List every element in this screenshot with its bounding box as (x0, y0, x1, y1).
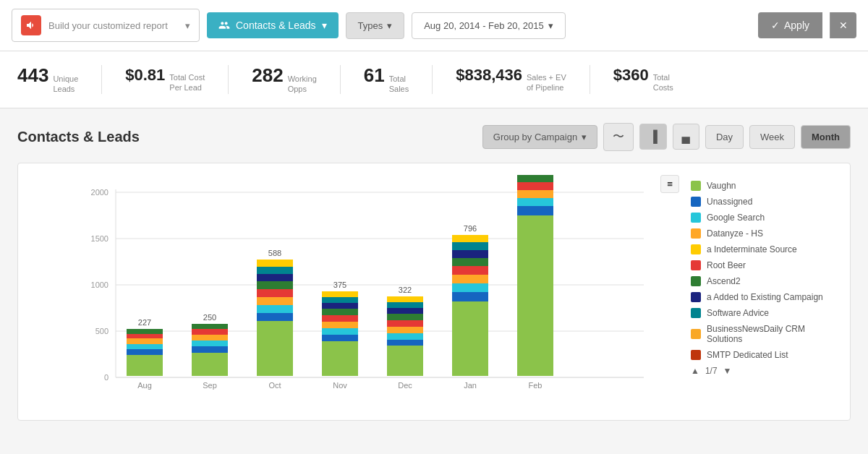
svg-rect-32 (257, 289, 293, 297)
svg-rect-68 (452, 242, 488, 250)
report-builder-dropdown[interactable]: Build your customized report ▾ (12, 9, 200, 42)
svg-text:Jan: Jan (464, 381, 477, 390)
svg-rect-28 (257, 321, 293, 376)
svg-rect-72 (517, 215, 553, 376)
stat-cost-per-lead-value: $0.81 (125, 66, 165, 85)
legend-color-added-campaign (691, 292, 701, 302)
svg-text:0: 0 (104, 373, 109, 382)
apply-label: Apply (784, 20, 809, 31)
stat-unique-leads-value: 443 (17, 64, 48, 87)
svg-text:Dec: Dec (398, 381, 412, 390)
legend-color-software-advice (691, 308, 701, 318)
bar-jan[interactable]: 796 Jan (452, 224, 488, 390)
month-button[interactable]: Month (801, 125, 851, 149)
svg-rect-17 (127, 329, 163, 334)
svg-rect-20 (192, 353, 228, 376)
line-chart-button[interactable]: 〜 (603, 123, 634, 151)
legend-item-ascend2: Ascend2 (691, 276, 838, 286)
bar-chart-button[interactable]: ▐ (639, 124, 666, 150)
types-arrow: ▾ (387, 20, 392, 31)
legend-color-businessnews (691, 329, 701, 339)
line-chart-icon: 〜 (613, 130, 624, 142)
stat-total-sales-value: 61 (364, 64, 385, 87)
dropdown-arrow-icon: ▾ (185, 20, 190, 31)
svg-text:Sep: Sep (203, 381, 217, 390)
chart-area: ≡ 0 500 1000 1500 2000 (30, 175, 679, 408)
chart-container: ≡ 0 500 1000 1500 2000 (17, 163, 851, 421)
legend-down-icon[interactable]: ▼ (723, 366, 732, 376)
contacts-leads-button[interactable]: Contacts & Leads ▾ (207, 12, 339, 38)
chart-legend: Vaughn Unassigned Google Search Datanyze… (679, 175, 838, 408)
svg-text:796: 796 (464, 224, 477, 233)
legend-color-smtp (691, 350, 701, 360)
legend-item-smtp: SMTP Dedicated List (691, 350, 838, 360)
legend-label-vaughn: Vaughn (707, 181, 736, 191)
legend-color-ascend2 (691, 276, 701, 286)
legend-label-datanyze: Datanyze - HS (707, 228, 763, 239)
stat-working-opps-value: 282 (252, 64, 283, 87)
stat-divider-1 (101, 65, 102, 94)
bar-dec[interactable]: 322 Dec (387, 286, 423, 390)
svg-rect-74 (517, 198, 553, 206)
legend-color-google-search (691, 213, 701, 223)
legend-item-added-campaign: a Added to Existing Campaign (691, 292, 838, 302)
svg-rect-21 (192, 346, 228, 353)
stat-total-sales-label2: Sales (389, 84, 409, 94)
stat-total-costs-label2: Costs (653, 82, 673, 93)
chart-controls: Group by Campaign ▾ 〜 ▐ ▄ Day Week Month (482, 123, 851, 151)
stat-pipeline-label1: Sales + EV (527, 72, 566, 82)
svg-rect-53 (387, 327, 423, 333)
stat-total-costs-label1: Total (653, 72, 673, 82)
bar-chart-icon: ▐ (649, 130, 657, 142)
svg-rect-30 (257, 305, 293, 313)
legend-label-smtp: SMTP Dedicated List (707, 350, 788, 360)
bar-feb[interactable]: 1,735 Feb (517, 175, 553, 390)
group-by-label: Group by Campaign (493, 132, 577, 142)
bar-sep[interactable]: 250 Sep (192, 313, 228, 390)
legend-color-root-beer (691, 260, 701, 270)
legend-up-icon[interactable]: ▲ (691, 366, 699, 376)
date-range-picker[interactable]: Aug 20, 2014 - Feb 20, 2015 ▾ (412, 12, 566, 39)
stat-pipeline-label2: of Pipeline (527, 82, 566, 93)
svg-text:250: 250 (203, 313, 216, 322)
svg-text:1000: 1000 (91, 280, 109, 289)
stat-cost-per-lead: $0.81 Total Cost Per Lead (125, 66, 205, 93)
bar-chart: 0 500 1000 1500 2000 227 Au (30, 175, 679, 406)
svg-text:588: 588 (268, 249, 281, 257)
svg-rect-43 (322, 315, 358, 322)
area-chart-button[interactable]: ▄ (673, 124, 699, 150)
svg-rect-67 (452, 250, 488, 258)
svg-rect-22 (192, 340, 228, 346)
chart-title: Contacts & Leads (17, 129, 140, 145)
svg-rect-23 (192, 335, 228, 340)
close-button[interactable]: ✕ (830, 12, 856, 38)
week-button[interactable]: Week (749, 125, 795, 149)
chart-menu-button[interactable]: ≡ (660, 175, 679, 193)
svg-rect-77 (517, 175, 553, 182)
bar-aug[interactable]: 227 Aug (127, 318, 163, 390)
bar-nov[interactable]: 375 Nov (322, 280, 358, 390)
group-by-arrow: ▾ (582, 132, 587, 142)
svg-text:2000: 2000 (91, 188, 109, 197)
svg-rect-76 (517, 182, 553, 190)
svg-rect-31 (257, 297, 293, 305)
bar-oct[interactable]: 588 Oct (257, 249, 293, 390)
stat-unique-leads: 443 Unique Leads (17, 64, 78, 95)
group-by-button[interactable]: Group by Campaign ▾ (482, 125, 597, 149)
legend-label-root-beer: Root Beer (707, 260, 746, 270)
svg-rect-13 (127, 349, 163, 355)
legend-item-indeterminate: a Indeterminate Source (691, 244, 838, 254)
legend-item-datanyze: Datanyze - HS (691, 228, 838, 239)
types-button[interactable]: Types ▾ (346, 12, 405, 39)
types-label: Types (358, 20, 383, 31)
svg-rect-42 (322, 322, 358, 328)
hamburger-icon: ≡ (667, 179, 673, 189)
stat-divider-4 (432, 65, 433, 94)
apply-button[interactable]: ✓ Apply (758, 12, 822, 38)
svg-rect-29 (257, 313, 293, 321)
legend-label-added-campaign: a Added to Existing Campaign (707, 292, 823, 302)
legend-item-vaughn: Vaughn (691, 181, 838, 191)
stat-total-costs: $360 Total Costs (613, 66, 673, 93)
svg-rect-58 (387, 296, 423, 302)
day-button[interactable]: Day (705, 125, 744, 149)
